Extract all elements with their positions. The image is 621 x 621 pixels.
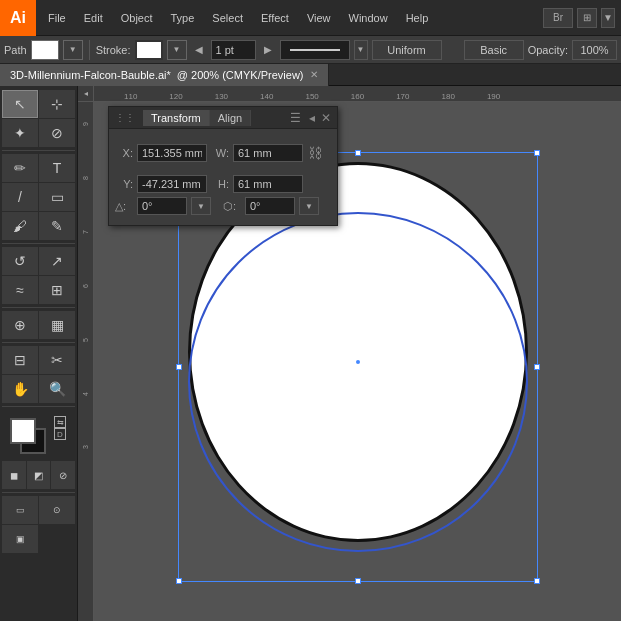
ruler-tick-h-110: 110 — [124, 92, 137, 101]
stroke-color-dropdown[interactable]: ▼ — [167, 40, 187, 60]
x-input[interactable] — [137, 144, 207, 162]
menu-effect[interactable]: Effect — [253, 8, 297, 28]
normal-draw-btn[interactable]: ▭ — [2, 496, 38, 524]
ruler-tick-h-150: 150 — [305, 92, 318, 101]
menu-view[interactable]: View — [299, 8, 339, 28]
paintbrush-tool[interactable]: 🖌 — [2, 212, 38, 240]
panel-body: X: W: ⛓ Y: H: △: — [109, 129, 337, 225]
menu-help[interactable]: Help — [398, 8, 437, 28]
rotate-tool[interactable]: ↺ — [2, 247, 38, 275]
panel-tab-align[interactable]: Align — [210, 110, 251, 126]
fill-options[interactable]: ▼ — [63, 40, 83, 60]
column-graph-tool[interactable]: ▦ — [39, 311, 75, 339]
ruler-tick-v-9: 9 — [82, 122, 89, 126]
dash-dropdown[interactable]: ▼ — [354, 40, 368, 60]
slice-tool[interactable]: ✂ — [39, 346, 75, 374]
ruler-ticks-h: 110 120 130 140 150 160 170 180 190 — [94, 92, 621, 101]
menu-select[interactable]: Select — [204, 8, 251, 28]
tool-separator-5 — [2, 406, 75, 407]
dash-line — [290, 49, 340, 51]
default-colors-icon[interactable]: D — [54, 428, 66, 440]
tool-separator-2 — [2, 243, 75, 244]
artboard-tool[interactable]: ⊟ — [2, 346, 38, 374]
zoom-tool[interactable]: 🔍 — [39, 375, 75, 403]
stroke-width-right-arrow[interactable]: ▶ — [260, 40, 276, 60]
ruler-corner[interactable]: ◂ — [78, 86, 94, 102]
stroke-type-display[interactable]: Uniform — [372, 40, 442, 60]
toolbar: ↖ ⊹ ✦ ⊘ ✏ T / ▭ 🖌 ✎ ↺ ↗ ≈ ⊞ ⊕ — [0, 86, 78, 621]
menu-file[interactable]: File — [40, 8, 74, 28]
panel-tab-transform[interactable]: Transform — [143, 110, 210, 126]
free-transform-tool[interactable]: ⊞ — [39, 276, 75, 304]
draw-inside-btn[interactable]: ⊙ — [39, 496, 75, 524]
magic-wand-tool[interactable]: ✦ — [2, 119, 38, 147]
warp-tool[interactable]: ≈ — [2, 276, 38, 304]
rotate-angle-dropdown[interactable]: ▼ — [191, 197, 211, 215]
stroke-color-swatch[interactable] — [135, 40, 163, 60]
gradient-mode-btn[interactable]: ◩ — [27, 461, 51, 489]
menu-edit[interactable]: Edit — [76, 8, 111, 28]
arrange-down-icon[interactable]: ▼ — [601, 8, 615, 28]
menu-type[interactable]: Type — [163, 8, 203, 28]
selection-tool[interactable]: ↖ — [2, 90, 38, 118]
horizontal-ruler: 110 120 130 140 150 160 170 180 190 — [94, 86, 621, 102]
opacity-label: Opacity: — [528, 44, 568, 56]
pencil-tool[interactable]: ✎ — [39, 212, 75, 240]
swap-colors-icon[interactable]: ⇆ — [54, 416, 66, 428]
arrange-icon[interactable]: ⊞ — [577, 8, 597, 28]
type-tool[interactable]: T — [39, 154, 75, 182]
pen-tool[interactable]: ✏ — [2, 154, 38, 182]
stroke-dash-preview[interactable] — [280, 40, 350, 60]
handle-bottom-left[interactable] — [176, 578, 182, 584]
stroke-label: Stroke: — [96, 44, 131, 56]
direct-selection-tool[interactable]: ⊹ — [39, 90, 75, 118]
h-input[interactable] — [233, 175, 303, 193]
tab-close-button[interactable]: ✕ — [310, 69, 318, 80]
handle-top-center[interactable] — [355, 150, 361, 156]
handle-mid-right[interactable] — [534, 364, 540, 370]
color-swatch-area: ⇆ D — [2, 410, 75, 460]
stroke-dropdown-icon: ▼ — [173, 45, 181, 54]
scale-tool[interactable]: ↗ — [39, 247, 75, 275]
tool-row-2: ✦ ⊘ — [2, 119, 75, 147]
draw-mode-row: ▭ ⊙ — [2, 496, 75, 524]
ruler-tick-h-130: 130 — [215, 92, 228, 101]
blend-mode-select[interactable]: Basic — [464, 40, 524, 60]
menu-object[interactable]: Object — [113, 8, 161, 28]
fill-color-swatch[interactable] — [10, 418, 36, 444]
fill-swatch[interactable] — [31, 40, 59, 60]
color-mode-btn[interactable]: ◼ — [2, 461, 26, 489]
handle-bottom-right[interactable] — [534, 578, 540, 584]
y-input[interactable] — [137, 175, 207, 193]
menu-window[interactable]: Window — [341, 8, 396, 28]
document-tab[interactable]: 3D-Millennium-Falcon-Bauble.ai* @ 200% (… — [0, 64, 329, 86]
rotate-angle-input[interactable] — [137, 197, 187, 215]
handle-mid-left[interactable] — [176, 364, 182, 370]
line-tool[interactable]: / — [2, 183, 38, 211]
panel-collapse-btn[interactable]: ◂ — [309, 111, 315, 125]
handle-bottom-center[interactable] — [355, 578, 361, 584]
none-mode-btn[interactable]: ⊘ — [51, 461, 75, 489]
panel-close-btn[interactable]: ✕ — [321, 111, 331, 125]
shear-angle-input[interactable] — [245, 197, 295, 215]
w-input[interactable] — [233, 144, 303, 162]
panel-row-xw: X: W: ⛓ — [115, 135, 331, 171]
stroke-width-left-arrow[interactable]: ◀ — [191, 40, 207, 60]
symbol-sprayer-tool[interactable]: ⊕ — [2, 311, 38, 339]
panel-drag-handle[interactable]: ⋮⋮ — [115, 112, 135, 123]
stroke-width-input[interactable] — [211, 40, 256, 60]
rect-tool[interactable]: ▭ — [39, 183, 75, 211]
panel-row-yh: Y: H: — [115, 175, 331, 193]
bridge-icon[interactable]: Br — [543, 8, 573, 28]
panel-options-menu[interactable]: ☰ — [290, 111, 301, 125]
y-label: Y: — [115, 178, 133, 190]
ruler-tick-h-190: 190 — [487, 92, 500, 101]
handle-top-right[interactable] — [534, 150, 540, 156]
opacity-input[interactable]: 100% — [572, 40, 617, 60]
ruler-tick-v-4: 4 — [82, 392, 89, 396]
shear-angle-dropdown[interactable]: ▼ — [299, 197, 319, 215]
link-dimensions-icon[interactable]: ⛓ — [307, 135, 323, 171]
lasso-tool[interactable]: ⊘ — [39, 119, 75, 147]
hand-tool[interactable]: ✋ — [2, 375, 38, 403]
screen-mode-btn[interactable]: ▣ — [2, 525, 38, 553]
